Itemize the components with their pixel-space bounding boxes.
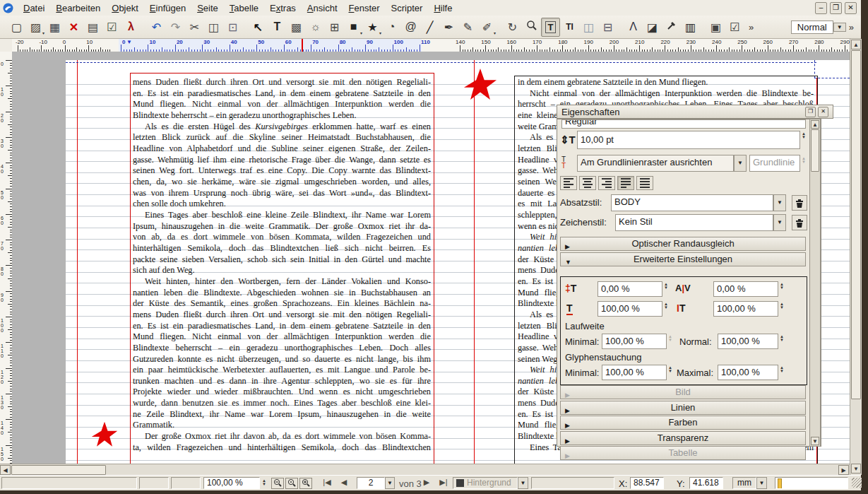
character-style-combo-arrow[interactable]: ▼: [773, 214, 786, 231]
menu-extras[interactable]: Extras: [264, 1, 302, 15]
insert-image-frame-button[interactable]: ▩: [287, 18, 306, 37]
insert-text-frame-button[interactable]: T: [268, 18, 287, 37]
insert-table-button[interactable]: ⊞: [325, 18, 344, 37]
scale-height-field[interactable]: 100,00 %: [713, 301, 778, 317]
font-size-field[interactable]: 10,00 pt: [577, 131, 800, 149]
barcode-button[interactable]: ▥: [681, 18, 700, 37]
scroll-down-arrow[interactable]: ▼: [851, 464, 861, 474]
hscroll-thumb[interactable]: [11, 465, 106, 475]
vertical-guide[interactable]: [77, 60, 78, 464]
preflight-verifier-button[interactable]: ☑: [102, 18, 121, 37]
copy-properties-button[interactable]: ◪: [643, 18, 662, 37]
font-style-combo[interactable]: Regular: [561, 119, 806, 129]
line-spacing-mode-combo[interactable]: Am Grundlinienraster ausrichten: [577, 155, 734, 172]
pdf-push-button-button[interactable]: ▣: [706, 18, 725, 37]
layer-selector-arrow[interactable]: ▼: [518, 477, 528, 489]
vertical-scrollbar[interactable]: ▲ ▼: [850, 39, 862, 475]
top-margin-guide[interactable]: [66, 62, 816, 63]
margin-guide[interactable]: [814, 78, 850, 78]
redo-button[interactable]: ↷: [166, 18, 185, 37]
left-column-text[interactable]: mens Duden fließt durch ihren Ort und ve…: [130, 77, 433, 464]
window-resize-grip[interactable]: [852, 478, 862, 488]
insert-polygon-button[interactable]: ★▾: [363, 18, 382, 37]
scale-width-spinner[interactable]: ▲▼: [662, 302, 670, 310]
palette-scrollbar[interactable]: ▲ ▼: [809, 119, 821, 447]
insert-render-frame-button[interactable]: ☼: [306, 18, 325, 37]
rotate-item-button[interactable]: ↻: [503, 18, 522, 37]
ruler-origin-box[interactable]: [0, 39, 13, 52]
dropdown-caret-icon[interactable]: ▾: [360, 30, 362, 35]
menu-objekt[interactable]: Objekt: [106, 1, 144, 15]
remove-character-style-button[interactable]: [792, 215, 807, 230]
eye-dropper-button[interactable]: [662, 18, 681, 37]
dropdown-caret-icon[interactable]: ▾: [494, 30, 496, 35]
select-item-button[interactable]: ↖: [249, 18, 268, 37]
menu-datei[interactable]: Datei: [18, 1, 50, 15]
align-right-button[interactable]: [598, 176, 615, 190]
palette-close-button[interactable]: ✕: [818, 107, 828, 117]
edit-contents-button[interactable]: T: [541, 18, 560, 37]
remove-paragraph-style-button[interactable]: [792, 195, 807, 211]
unlink-text-frames-button[interactable]: ⊟: [598, 18, 617, 37]
minimize-button[interactable]: –: [815, 2, 827, 14]
laufweite-normal-spinner[interactable]: ▲▼: [778, 335, 785, 342]
star-shape[interactable]: [463, 68, 497, 104]
font-size-spinner[interactable]: ▲▼: [800, 132, 807, 139]
paragraph-style-combo-arrow[interactable]: ▼: [773, 194, 786, 211]
line-spacing-combo-arrow[interactable]: ▼: [734, 155, 747, 172]
align-left-button[interactable]: [560, 176, 577, 190]
toolbar-overflow-button-2[interactable]: »: [849, 22, 854, 33]
open-document-button[interactable]: ▨▾: [26, 18, 45, 37]
quality-dropdown-arrow[interactable]: ▼: [833, 23, 846, 32]
page-select-arrow[interactable]: ▼: [385, 477, 395, 489]
print-button[interactable]: ▤: [83, 18, 102, 37]
laufweite-minimal-field[interactable]: 100,00 %: [602, 334, 667, 349]
line-spacing-spinner[interactable]: ▲▼: [800, 157, 807, 164]
line-spacing-value-field[interactable]: Grundlinie: [749, 155, 800, 172]
export-pdf-button[interactable]: λ: [121, 18, 141, 37]
insert-shape-button[interactable]: ■▾: [344, 18, 363, 37]
insert-calligraphy-button[interactable]: ✐▾: [477, 18, 497, 37]
link-text-frames-button[interactable]: ◫: [579, 18, 598, 37]
horizontal-ruler[interactable]: -20-100100102030405060708090100110▼14015…: [12, 39, 850, 52]
unit-selector-arrow[interactable]: ▼: [756, 477, 767, 489]
menu-bearbeiten[interactable]: Bearbeiten: [50, 1, 106, 15]
insert-spiral-button[interactable]: @: [401, 18, 420, 37]
scale-width-field[interactable]: 100,00 %: [598, 301, 662, 317]
pdf-checkbox-button[interactable]: ☑: [725, 18, 744, 37]
section-farben[interactable]: ▶Farben: [560, 416, 806, 430]
baseline-offset-field[interactable]: 0,00 %: [598, 281, 662, 297]
glyphen-maximal-spinner[interactable]: ▲▼: [778, 366, 785, 373]
save-document-button[interactable]: ▦: [45, 18, 64, 37]
next-page-button[interactable]: ▶: [420, 478, 434, 489]
insert-freehand-button[interactable]: ✎: [458, 18, 477, 37]
preview-quality-dropdown[interactable]: Normal▼: [791, 20, 846, 34]
section-optical-margins[interactable]: ▶Optischer Randausgleich: [560, 237, 806, 251]
star-shape[interactable]: [91, 421, 118, 450]
align-justify-button[interactable]: [617, 176, 634, 190]
zoom-in-button[interactable]: [299, 478, 312, 489]
glyphen-maximal-field[interactable]: 100,00 %: [718, 365, 778, 380]
baseline-offset-spinner[interactable]: ▲▼: [662, 283, 670, 290]
paragraph-style-combo[interactable]: BODY: [611, 194, 773, 211]
vscroll-thumb[interactable]: [851, 50, 861, 399]
scroll-right-arrow[interactable]: ▶: [838, 465, 849, 475]
character-style-combo[interactable]: Kein Stil: [615, 214, 773, 231]
align-force-justify-button[interactable]: [636, 176, 653, 190]
story-editor-button[interactable]: TI: [560, 18, 579, 37]
last-page-button[interactable]: ▶|: [436, 478, 451, 489]
menu-hilfe[interactable]: Hilfe: [428, 1, 458, 15]
dropdown-caret-icon[interactable]: ▾: [42, 30, 44, 35]
align-center-button[interactable]: [579, 176, 596, 190]
unit-selector[interactable]: mm: [732, 477, 756, 489]
scroll-up-arrow[interactable]: ▲: [851, 40, 861, 49]
undo-button[interactable]: ↶: [147, 18, 166, 37]
close-document-button[interactable]: ✕: [64, 18, 83, 37]
close-button[interactable]: ✕: [845, 2, 857, 14]
zoom-level-field[interactable]: 100,00 %: [203, 477, 260, 489]
zoom-100-button[interactable]: [285, 478, 298, 489]
horizontal-scrollbar[interactable]: ◀ ▶: [0, 464, 850, 476]
vertical-ruler[interactable]: 01 02 03 04 05 06 07 08 09 01 0 01 1 01 …: [0, 52, 13, 464]
dropdown-caret-icon[interactable]: ▾: [379, 30, 381, 35]
tracking-spinner[interactable]: ▲▼: [778, 283, 785, 290]
